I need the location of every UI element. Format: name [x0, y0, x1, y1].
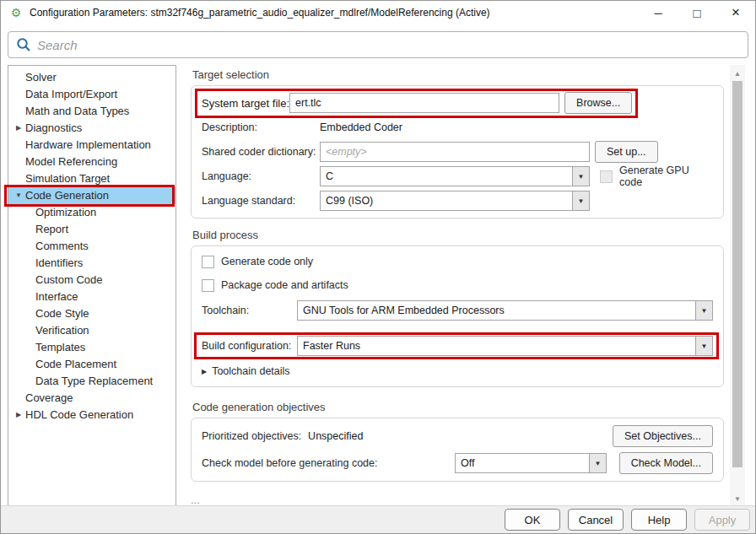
build-configuration-label: Build configuration:	[202, 340, 297, 352]
toolchain-details-toggle[interactable]: ▶ Toolchain details	[202, 363, 713, 380]
chevron-right-icon[interactable]: ▶	[14, 407, 24, 423]
close-icon[interactable]: ×	[716, 1, 755, 24]
scroll-down-icon[interactable]: ▼	[730, 492, 745, 505]
tree-item-label: Code Generation	[25, 189, 109, 202]
sidebar-item-simulation-target[interactable]: Simulation Target	[8, 170, 176, 187]
language-standard-dropdown[interactable]: C99 (ISO) ▼	[320, 191, 590, 211]
prioritized-objectives-label: Prioritized objectives:	[202, 430, 301, 442]
chevron-down-icon[interactable]: ▼	[695, 301, 712, 320]
overflow-indicator: ...	[191, 494, 724, 506]
sidebar-item-data-type-replacement[interactable]: Data Type Replacement	[8, 373, 176, 390]
check-model-label: Check model before generating code:	[202, 457, 455, 469]
ok-button[interactable]: OK	[505, 509, 560, 531]
row-toolchain: Toolchain: GNU Tools for ARM Embedded Pr…	[202, 300, 713, 321]
row-build-configuration: Build configuration: Faster Runs ▼	[202, 336, 713, 356]
configuration-parameters-dialog: ⚙ Configuration Parameters: stm32f746g_p…	[0, 0, 756, 534]
tree-item-label: Solver	[25, 71, 57, 84]
tree-item-label: Templates	[35, 341, 85, 353]
browse-button[interactable]: Browse...	[564, 92, 632, 114]
cancel-button[interactable]: Cancel	[568, 509, 624, 531]
sidebar-item-interface[interactable]: Interface	[8, 289, 176, 305]
sidebar-item-diagnostics[interactable]: ▶ Diagnostics	[8, 120, 176, 137]
generate-gpu-code-checkbox[interactable]	[600, 170, 613, 183]
sidebar-item-custom-code[interactable]: Custom Code	[8, 272, 176, 289]
description-label: Description:	[202, 121, 320, 133]
sidebar-item-verification[interactable]: Verification	[8, 322, 176, 339]
row-generate-code-only: Generate code only	[202, 253, 713, 270]
sidebar-item-hdl-code-generation[interactable]: ▶ HDL Code Generation	[8, 407, 176, 423]
chevron-right-icon[interactable]: ▶	[14, 120, 24, 137]
tree-item-label: Code Style	[35, 307, 89, 320]
search-bar[interactable]	[8, 31, 748, 58]
sidebar-item-coverage[interactable]: Coverage	[8, 390, 176, 407]
generate-code-only-checkbox[interactable]	[202, 256, 214, 268]
sidebar-item-solver[interactable]: Solver	[8, 69, 176, 86]
package-code-label: Package code and artifacts	[221, 279, 348, 291]
scrollbar-thumb[interactable]	[732, 81, 742, 467]
sidebar-item-math-and-data-types[interactable]: Math and Data Types	[8, 103, 176, 120]
group-code-generation-objectives: Prioritized objectives: Unspecified Set …	[191, 418, 724, 482]
language-dropdown[interactable]: C ▼	[320, 166, 590, 186]
generate-code-only-label: Generate code only	[221, 256, 313, 267]
build-configuration-dropdown[interactable]: Faster Runs ▼	[297, 336, 713, 356]
sidebar-item-code-generation[interactable]: ▼ Code Generation	[8, 187, 176, 204]
tree-item-label: Coverage	[25, 391, 73, 404]
toolchain-dropdown[interactable]: GNU Tools for ARM Embedded Processors ▼	[297, 300, 713, 321]
tree-item-label: Hardware Implementation	[25, 138, 151, 151]
sidebar-item-report[interactable]: Report	[8, 221, 176, 238]
title-bar: ⚙ Configuration Parameters: stm32f746g_p…	[1, 1, 755, 24]
chevron-down-icon[interactable]: ▼	[14, 187, 24, 204]
vertical-scrollbar[interactable]: ▲ ▼	[730, 65, 745, 507]
set-objectives-button[interactable]: Set Objectives...	[613, 425, 713, 447]
chevron-down-icon[interactable]: ▼	[572, 167, 589, 186]
sidebar-item-comments[interactable]: Comments	[8, 238, 176, 255]
tree-item-label: Comments	[35, 240, 89, 252]
sidebar-item-model-referencing[interactable]: Model Referencing	[8, 154, 176, 170]
shared-coder-dictionary-input[interactable]	[320, 142, 590, 162]
tree-item-label: Model Referencing	[25, 155, 117, 168]
language-standard-label: Language standard:	[202, 195, 320, 207]
tree-item-label: Math and Data Types	[25, 105, 129, 117]
sidebar-item-identifiers[interactable]: Identifiers	[8, 255, 176, 272]
set-up-button[interactable]: Set up...	[595, 141, 658, 163]
section-title-target-selection: Target selection	[191, 68, 724, 85]
description-value: Embedded Coder	[320, 121, 402, 133]
search-input[interactable]	[37, 38, 740, 52]
system-target-file-label: System target file:	[202, 97, 289, 110]
row-system-target-file: System target file: Browse...	[202, 93, 632, 113]
sidebar-item-data-import-export[interactable]: Data Import/Export	[8, 86, 176, 103]
chevron-down-icon[interactable]: ▼	[572, 191, 589, 210]
row-shared-coder-dictionary: Shared coder dictionary: Set up...	[202, 142, 713, 162]
sidebar-item-code-style[interactable]: Code Style	[8, 305, 176, 322]
sidebar-item-code-placement[interactable]: Code Placement	[8, 356, 176, 373]
minimize-icon[interactable]: ─	[639, 1, 678, 24]
check-model-value: Off	[456, 454, 589, 472]
check-model-dropdown[interactable]: Off ▼	[455, 453, 607, 473]
toolchain-label: Toolchain:	[202, 305, 297, 316]
chevron-down-icon[interactable]: ▼	[589, 454, 606, 472]
simulink-settings-icon: ⚙	[8, 5, 24, 20]
sidebar-item-templates[interactable]: Templates	[8, 339, 176, 356]
row-language-standard: Language standard: C99 (ISO) ▼	[202, 191, 713, 211]
scroll-up-icon[interactable]: ▲	[730, 67, 745, 80]
category-tree: Solver Data Import/Export Math and Data …	[8, 65, 176, 507]
system-target-file-input[interactable]	[289, 93, 559, 113]
package-code-checkbox[interactable]	[202, 279, 214, 292]
toolchain-value: GNU Tools for ARM Embedded Processors	[298, 301, 695, 320]
help-button[interactable]: Help	[631, 509, 687, 531]
language-standard-value: C99 (ISO)	[321, 191, 572, 210]
sidebar-item-optimization[interactable]: Optimization	[8, 204, 176, 221]
tree-item-label: Custom Code	[35, 273, 102, 286]
dialog-footer: OK Cancel Help Apply	[1, 505, 755, 533]
toolchain-details-label: Toolchain details	[212, 365, 289, 377]
maximize-icon[interactable]: □	[678, 1, 716, 24]
tree-item-label: Simulation Target	[25, 172, 110, 185]
window-controls: ─ □ ×	[639, 1, 755, 24]
generate-gpu-code-label: Generate GPU code	[619, 165, 713, 188]
chevron-down-icon[interactable]: ▼	[695, 337, 712, 355]
group-target-selection: System target file: Browse... Descriptio…	[191, 85, 724, 218]
shared-coder-dictionary-label: Shared coder dictionary:	[202, 146, 320, 158]
sidebar-item-hardware-implementation[interactable]: Hardware Implementation	[8, 137, 176, 154]
check-model-button[interactable]: Check Model...	[619, 452, 713, 474]
tree-item-label: Diagnostics	[25, 121, 82, 134]
